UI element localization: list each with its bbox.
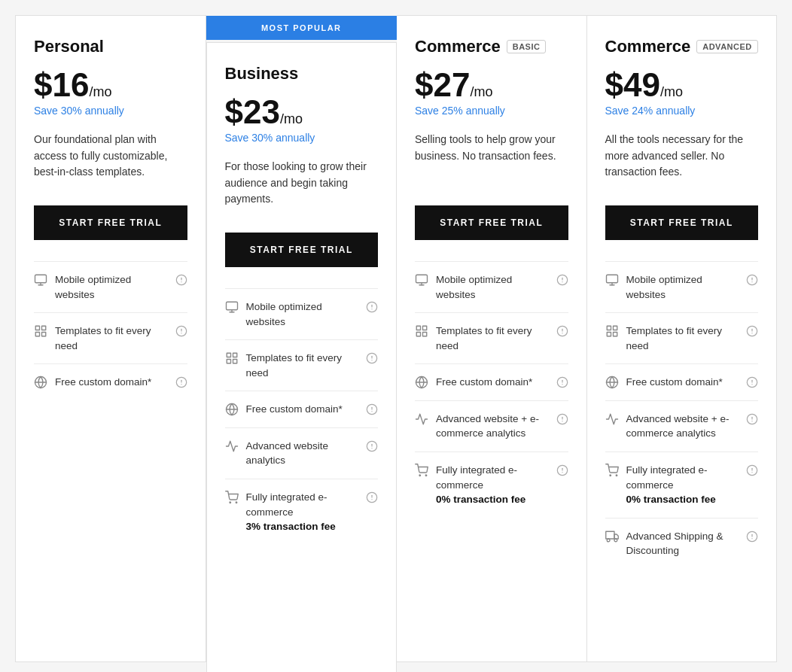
svg-rect-24 xyxy=(227,353,230,357)
info-icon[interactable] xyxy=(556,376,568,388)
info-icon[interactable] xyxy=(746,376,758,388)
svg-rect-78 xyxy=(607,333,611,336)
cta-button-personal[interactable]: START FREE TRIAL xyxy=(34,205,187,240)
svg-rect-27 xyxy=(233,360,236,363)
monitor-icon xyxy=(605,273,619,287)
feature-item: Templates to fit every need xyxy=(415,312,568,363)
plan-card-personal: Personal $16/mo Save 30% annuallyOur fou… xyxy=(15,15,206,662)
analytics-icon xyxy=(605,412,619,426)
feature-left: Mobile optimized websites xyxy=(415,272,550,302)
plan-price-personal: $16/mo xyxy=(34,68,187,102)
analytics-icon xyxy=(225,439,239,453)
info-icon[interactable] xyxy=(746,413,758,425)
globe-icon xyxy=(605,376,619,389)
feature-left: Free custom domain* xyxy=(225,402,361,417)
plan-description-commerce-advanced: All the tools necessary for the more adv… xyxy=(605,132,759,184)
svg-point-98 xyxy=(607,539,610,542)
feature-left: Mobile optimized websites xyxy=(34,272,169,302)
pricing-container: Personal $16/mo Save 30% annuallyOur fou… xyxy=(15,15,777,672)
feature-text: Mobile optimized websites xyxy=(55,272,169,302)
svg-rect-50 xyxy=(416,326,420,330)
plan-price-commerce-basic: $27/mo xyxy=(415,68,568,102)
monitor-icon xyxy=(34,273,47,287)
feature-text: Free custom domain* xyxy=(55,375,151,390)
feature-item: Free custom domain* xyxy=(415,363,568,400)
feature-left: Mobile optimized websites xyxy=(605,272,741,302)
info-icon[interactable] xyxy=(175,325,187,337)
plan-description-business: For those looking to grow their audience… xyxy=(225,159,379,211)
info-icon[interactable] xyxy=(175,274,187,286)
svg-point-91 xyxy=(610,475,611,476)
feature-item: Free custom domain* xyxy=(34,363,187,400)
features-list-commerce-basic: Mobile optimized websites Templates to f… xyxy=(415,261,568,518)
plan-save-personal: Save 30% annually xyxy=(34,105,187,117)
svg-rect-8 xyxy=(35,333,39,336)
info-icon[interactable] xyxy=(746,531,758,543)
feature-left: Fully integrated e-commerce 3% transacti… xyxy=(225,490,361,534)
svg-rect-52 xyxy=(416,333,420,336)
feature-text: Templates to fit every need xyxy=(246,351,361,380)
grid-icon xyxy=(34,324,47,338)
feature-text: Free custom domain* xyxy=(246,402,343,417)
cart-icon xyxy=(605,464,619,477)
svg-rect-0 xyxy=(35,275,47,283)
feature-left: Free custom domain* xyxy=(34,375,169,390)
feature-left: Fully integrated e-commerce 0% transacti… xyxy=(605,463,741,507)
plan-save-commerce-advanced: Save 24% annually xyxy=(605,105,759,117)
cart-icon xyxy=(415,464,428,477)
plan-name-business: Business xyxy=(225,64,379,84)
info-icon[interactable] xyxy=(746,464,758,476)
info-icon[interactable] xyxy=(746,274,758,286)
feature-item: Templates to fit every need xyxy=(34,312,187,363)
feature-text: Mobile optimized websites xyxy=(246,300,361,329)
info-icon[interactable] xyxy=(556,325,568,337)
info-icon[interactable] xyxy=(366,301,378,313)
features-list-personal: Mobile optimized websites Templates to f… xyxy=(34,261,187,400)
info-icon[interactable] xyxy=(366,491,378,503)
plan-card-commerce-basic: Commerce BASIC $27/mo Save 25% annuallyS… xyxy=(397,15,587,662)
svg-rect-53 xyxy=(423,333,427,336)
info-icon[interactable] xyxy=(556,274,568,286)
feature-item: Advanced website + e-commerce analytics xyxy=(605,400,759,452)
plan-description-commerce-basic: Selling tools to help grow your business… xyxy=(415,132,568,184)
globe-icon xyxy=(415,376,428,389)
feature-text: Advanced Shipping & Discounting xyxy=(626,529,741,558)
svg-rect-96 xyxy=(605,531,614,539)
feature-left: Mobile optimized websites xyxy=(225,300,361,329)
info-icon[interactable] xyxy=(556,464,568,476)
feature-left: Free custom domain* xyxy=(415,375,550,390)
info-icon[interactable] xyxy=(556,413,568,425)
plan-description-personal: Our foundational plan with access to ful… xyxy=(34,132,187,184)
features-list-commerce-advanced: Mobile optimized websites Templates to f… xyxy=(605,261,759,569)
feature-item: Mobile optimized websites xyxy=(415,261,568,312)
feature-text: Fully integrated e-commerce 0% transacti… xyxy=(626,463,741,507)
plan-card-business: MOST POPULAR Business $23/mo Save 30% an… xyxy=(206,42,398,672)
svg-point-65 xyxy=(419,475,421,476)
cta-button-business[interactable]: START FREE TRIAL xyxy=(225,233,379,267)
feature-left: Free custom domain* xyxy=(605,375,741,390)
grid-icon xyxy=(605,324,619,338)
info-icon[interactable] xyxy=(366,440,378,452)
plan-name-commerce-advanced: Commerce ADVANCED xyxy=(605,37,759,56)
info-icon[interactable] xyxy=(175,376,187,388)
globe-icon xyxy=(34,376,47,389)
feature-text: Free custom domain* xyxy=(626,375,723,390)
feature-item: Advanced Shipping & Discounting xyxy=(605,518,759,569)
plan-name-commerce-basic: Commerce BASIC xyxy=(415,37,568,56)
feature-left: Advanced website analytics xyxy=(225,439,361,468)
plan-badge-commerce-advanced: ADVANCED xyxy=(696,40,758,53)
svg-rect-25 xyxy=(233,353,236,357)
features-list-business: Mobile optimized websites Templates to f… xyxy=(225,288,379,545)
feature-left: Templates to fit every need xyxy=(34,324,169,353)
svg-rect-51 xyxy=(423,326,427,330)
info-icon[interactable] xyxy=(366,403,378,415)
cta-button-commerce-basic[interactable]: START FREE TRIAL xyxy=(415,205,568,240)
feature-text: Free custom domain* xyxy=(436,375,532,390)
feature-item: Mobile optimized websites xyxy=(225,288,379,339)
info-icon[interactable] xyxy=(746,325,758,337)
cta-button-commerce-advanced[interactable]: START FREE TRIAL xyxy=(605,205,759,240)
svg-point-40 xyxy=(236,502,237,503)
info-icon[interactable] xyxy=(366,352,378,364)
svg-marker-97 xyxy=(614,534,618,539)
feature-left: Advanced Shipping & Discounting xyxy=(605,529,741,558)
